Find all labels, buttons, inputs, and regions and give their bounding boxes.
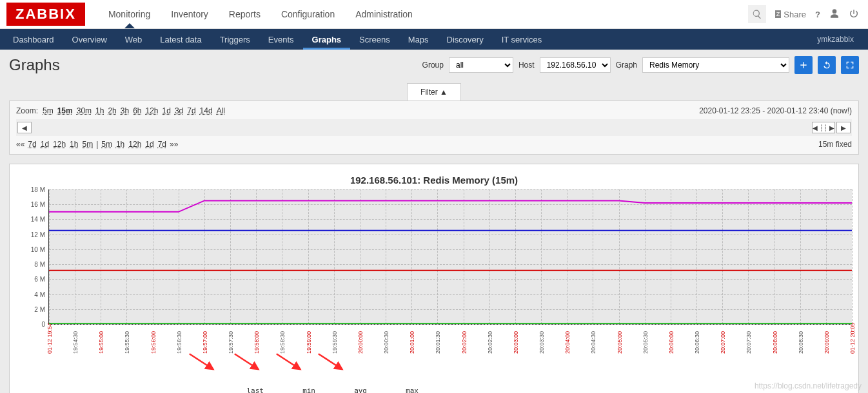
ytick: 12 M <box>31 231 45 238</box>
add-button[interactable] <box>794 56 813 74</box>
zoom-links: Zoom: 5m15m30m1h2h3h6h12h1d3d7d14dAll <box>16 106 227 115</box>
zoom-15m[interactable]: 15m <box>55 106 75 115</box>
back-1d[interactable]: 1d <box>39 140 51 149</box>
svg-line-3 <box>319 354 342 369</box>
topnav-item-reports[interactable]: Reports <box>219 1 271 28</box>
group-select[interactable]: all <box>449 57 513 73</box>
refresh-button[interactable] <box>818 56 836 74</box>
play-back-button[interactable]: ◀ ┆┆ ▶ <box>812 122 835 133</box>
subnav-item-dashboard[interactable]: Dashboard <box>4 30 63 50</box>
series-magenta-series <box>49 189 852 324</box>
zoom-3d[interactable]: 3d <box>173 106 185 115</box>
sub-nav: DashboardOverviewWebLatest dataTriggersE… <box>0 29 868 50</box>
zoom-6h[interactable]: 6h <box>131 106 143 115</box>
zoom-5m[interactable]: 5m <box>41 106 55 115</box>
ytick: 14 M <box>31 216 45 223</box>
power-icon[interactable] <box>849 8 859 21</box>
topnav-items: MonitoringInventoryReportsConfigurationA… <box>98 1 423 28</box>
user-icon[interactable] <box>829 8 840 21</box>
topnav-item-monitoring[interactable]: Monitoring <box>98 1 161 28</box>
fwd-5m[interactable]: 5m <box>99 140 114 149</box>
back-7d[interactable]: 7d <box>26 140 38 149</box>
fullscreen-button[interactable] <box>841 56 859 74</box>
topnav-item-configuration[interactable]: Configuration <box>271 1 345 28</box>
zoom-label: Zoom: <box>16 106 38 115</box>
zoom-7d[interactable]: 7d <box>185 106 197 115</box>
zoom-12h[interactable]: 12h <box>144 106 161 115</box>
group-label: Group <box>422 61 444 70</box>
zoom-14d[interactable]: 14d <box>198 106 215 115</box>
fwd-7d[interactable]: 7d <box>156 140 168 149</box>
fwd-12h[interactable]: 12h <box>126 140 143 149</box>
back-12h[interactable]: 12h <box>51 140 68 149</box>
xtick: 20:02:00 <box>461 331 468 354</box>
host-label: Host <box>518 61 535 70</box>
subnav-item-it-services[interactable]: IT services <box>493 30 551 50</box>
subnav-item-overview[interactable]: Overview <box>63 30 116 50</box>
xtick: 20:03:00 <box>513 331 519 354</box>
subnav-item-latest-data[interactable]: Latest data <box>151 30 210 50</box>
search-icon[interactable] <box>748 5 766 23</box>
filter-tab[interactable]: Filter ▲ <box>407 83 461 101</box>
subnav-item-graphs[interactable]: Graphs <box>303 30 351 50</box>
legend-header: last <box>232 387 264 393</box>
zoom-box: Zoom: 5m15m30m1h2h3h6h12h1d3d7d14dAll 20… <box>9 101 859 155</box>
xtick: 20:00:30 <box>383 331 390 354</box>
xtick: 20:00:00 <box>357 331 364 354</box>
chart-container: 192.168.56.101: Redis Memory (15m) 02 M4… <box>9 164 859 393</box>
topnav-item-administration[interactable]: Administration <box>345 1 423 28</box>
filter-tab-row: Filter ▲ <box>9 83 859 101</box>
watermark: https://blog.csdn.net/lifetragedy <box>755 381 862 390</box>
zoom-2h[interactable]: 2h <box>106 106 118 115</box>
back-5m[interactable]: 5m <box>80 140 95 149</box>
annotation-arrow-icon <box>313 352 349 372</box>
xtick: 20:04:00 <box>564 331 571 354</box>
annotation-arrow-icon <box>271 352 307 372</box>
host-select[interactable]: 192.168.56.101 <box>540 57 611 73</box>
zoom-All[interactable]: All <box>215 106 227 115</box>
subnav-item-web[interactable]: Web <box>116 30 152 50</box>
graph-select[interactable]: Redis Memory <box>642 57 789 73</box>
prev-button[interactable]: ◀ <box>17 122 32 133</box>
legend-header: max <box>386 387 419 393</box>
xtick: 20:07:30 <box>745 331 752 354</box>
help-icon[interactable]: ? <box>815 10 820 19</box>
subnav-item-screens[interactable]: Screens <box>350 30 399 50</box>
ytick: 10 M <box>31 245 45 253</box>
xtick: 19:59:30 <box>331 331 338 354</box>
zoom-30m[interactable]: 30m <box>75 106 94 115</box>
fwd-1d[interactable]: 1d <box>143 140 155 149</box>
svg-line-1 <box>235 354 259 369</box>
xtick: 20:05:00 <box>616 331 623 354</box>
topnav-right: Z Share ? <box>748 5 868 23</box>
xtick: 20:01:00 <box>409 331 415 354</box>
xtick: 20:05:30 <box>642 331 649 354</box>
share-button[interactable]: Z Share <box>775 10 806 19</box>
subnav-item-events[interactable]: Events <box>259 30 303 50</box>
xtick: 19:56:30 <box>176 331 182 354</box>
xtick: 20:08:00 <box>772 331 778 354</box>
subnav-user[interactable]: ymkzabbix <box>817 35 864 44</box>
ytick: 4 M <box>34 291 45 298</box>
xtick: 19:58:30 <box>279 331 286 354</box>
xtick: 19:55:30 <box>124 331 130 354</box>
subnav-item-triggers[interactable]: Triggers <box>211 30 259 50</box>
back-1h[interactable]: 1h <box>68 140 80 149</box>
topnav-item-inventory[interactable]: Inventory <box>161 1 219 28</box>
xtick: 19:57:30 <box>228 331 234 354</box>
logo[interactable]: ZABBIX <box>6 3 85 26</box>
ytick: 16 M <box>31 201 45 208</box>
zoom-1h[interactable]: 1h <box>94 106 106 115</box>
fwd-1h[interactable]: 1h <box>114 140 126 149</box>
xtick: 19:54:30 <box>72 331 79 354</box>
xtick: 20:07:00 <box>720 331 726 354</box>
filters-bar: Group all Host 192.168.56.101 Graph Redi… <box>422 56 859 74</box>
annotation-arrow-icon <box>229 352 265 372</box>
next-button[interactable]: ▶ <box>836 122 851 133</box>
xtick: 19:57:00 <box>202 331 208 354</box>
zoom-1d[interactable]: 1d <box>161 106 173 115</box>
xtick: 19:56:00 <box>150 331 157 354</box>
subnav-item-discovery[interactable]: Discovery <box>438 30 493 50</box>
zoom-3h[interactable]: 3h <box>119 106 131 115</box>
subnav-item-maps[interactable]: Maps <box>399 30 438 50</box>
